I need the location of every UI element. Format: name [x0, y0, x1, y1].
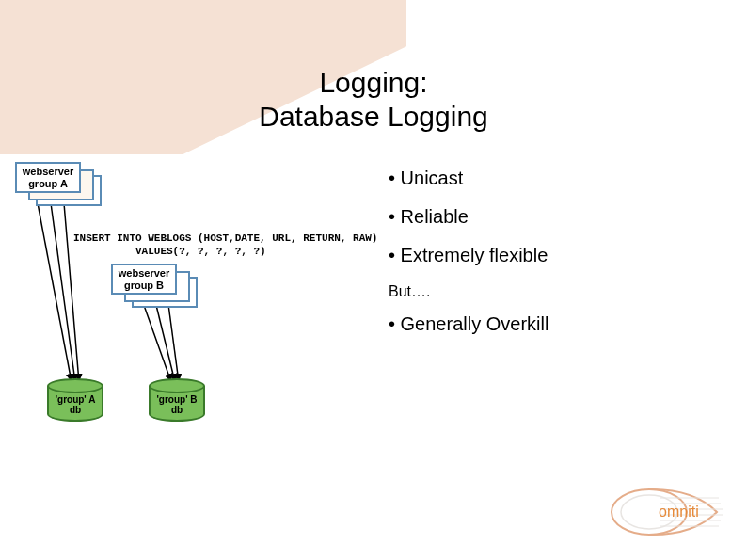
bullet-flexible: • Extremely flexible	[389, 245, 727, 266]
webserver-group-b-label-1: webserver	[119, 267, 169, 279]
bullet-overkill: • Generally Overkill	[389, 313, 727, 335]
bullet-text: Reliable	[401, 206, 469, 227]
architecture-diagram: r webserver group A INSERT INTO WEBLOGS …	[9, 158, 376, 440]
webserver-group-b-label-2: group B	[124, 280, 164, 291]
svg-line-4	[154, 297, 175, 382]
sql-statement: INSERT INTO WEBLOGS (HOST,DATE, URL, RET…	[73, 232, 377, 259]
database-b-label: 'group' B db	[156, 394, 197, 415]
svg-line-5	[167, 297, 179, 382]
content-panel: r webserver group A INSERT INTO WEBLOGS …	[0, 158, 747, 459]
title-line-2: Database Logging	[0, 100, 747, 134]
bullet-text: Generally Overkill	[401, 313, 549, 334]
but-text: But….	[389, 283, 727, 300]
bullet-list: • Unicast • Reliable • Extremely flexibl…	[389, 168, 727, 352]
bullet-reliable: • Reliable	[389, 206, 727, 228]
database-group-b: 'group' B db	[149, 378, 205, 422]
bullet-text: Unicast	[401, 168, 464, 188]
database-a-label: 'group' A db	[56, 394, 96, 415]
database-group-a: 'group' A db	[47, 378, 103, 422]
logo-text: omniti	[659, 504, 699, 520]
slide-title: Logging: Database Logging	[0, 66, 747, 134]
bullet-text: Extremely flexible	[401, 245, 548, 265]
webserver-group-a-label-1: webserver	[23, 166, 73, 177]
title-line-1: Logging:	[0, 66, 747, 100]
webserver-box: webserver group A	[15, 162, 81, 193]
omniti-logo: omniti	[604, 479, 726, 549]
bullet-unicast: • Unicast	[389, 168, 727, 189]
sql-line-2: VALUES(?, ?, ?, ?, ?)	[73, 246, 266, 257]
webserver-group-a-label-2: group A	[28, 178, 68, 189]
sql-line-1: INSERT INTO WEBLOGS (HOST,DATE, URL, RET…	[73, 232, 377, 244]
webserver-box: webserver group B	[111, 264, 177, 295]
svg-line-3	[141, 297, 171, 382]
